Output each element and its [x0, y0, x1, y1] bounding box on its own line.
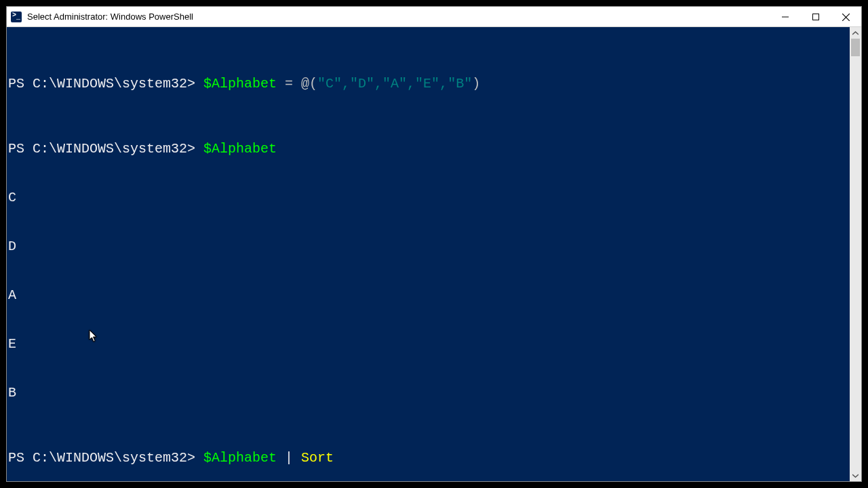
output-line: D [7, 239, 850, 255]
terminal-output[interactable]: PS C:\WINDOWS\system32> $Alphabet = @("C… [7, 27, 850, 481]
powershell-window: Select Administrator: Windows PowerShell… [6, 6, 862, 482]
powershell-icon [11, 12, 22, 22]
scroll-up-button[interactable] [850, 27, 861, 39]
scrollbar-thumb[interactable] [851, 39, 860, 56]
svg-rect-1 [812, 14, 818, 20]
window-title: Select Administrator: Windows PowerShell [27, 12, 770, 22]
command-line: PS C:\WINDOWS\system32> $Alphabet = @("C… [7, 76, 850, 92]
command-line: PS C:\WINDOWS\system32> $Alphabet [7, 141, 850, 157]
maximize-button[interactable] [800, 7, 831, 27]
window-controls [770, 7, 861, 26]
vertical-scrollbar[interactable] [850, 27, 861, 481]
output-line: A [7, 287, 850, 304]
close-button[interactable] [831, 7, 861, 27]
output-line: B [7, 385, 850, 401]
output-line: C [7, 190, 850, 206]
command-line: PS C:\WINDOWS\system32> $Alphabet | Sort [7, 450, 850, 466]
scroll-down-button[interactable] [850, 470, 861, 481]
mouse-cursor-icon [24, 313, 33, 327]
minimize-button[interactable] [770, 7, 800, 27]
titlebar[interactable]: Select Administrator: Windows PowerShell [7, 7, 861, 27]
output-line: E [7, 336, 850, 352]
scrollbar-track[interactable] [850, 39, 861, 470]
